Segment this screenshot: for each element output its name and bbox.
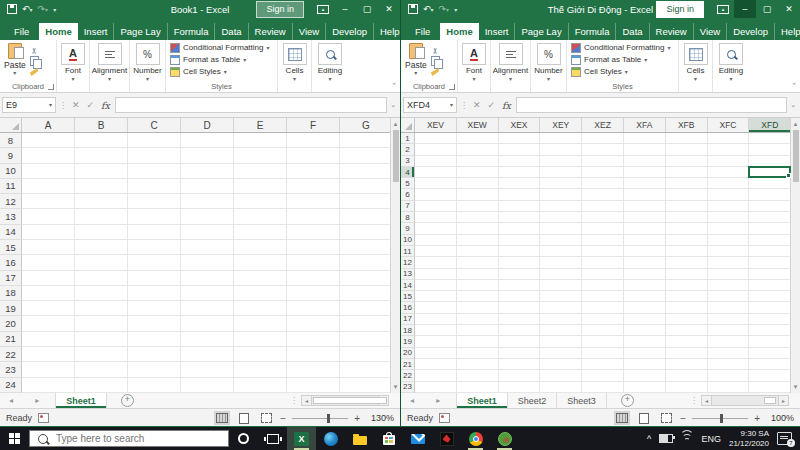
hidden-icons-chevron-icon[interactable]: ^ [647, 434, 652, 443]
minimize-button[interactable]: – [334, 0, 356, 18]
collapse-ribbon-icon[interactable]: ⌃ [391, 82, 397, 90]
cell-styles-button[interactable]: Cell Styles ▾ [571, 67, 628, 78]
cell-XEZ15[interactable] [582, 291, 624, 302]
row-header-20[interactable]: 20 [0, 316, 22, 331]
cell-D11[interactable] [181, 179, 234, 194]
new-sheet-icon[interactable]: + [121, 394, 134, 407]
cell-XEX19[interactable] [499, 336, 541, 347]
cell-XEZ11[interactable] [582, 246, 624, 257]
column-header-A[interactable]: A [22, 118, 75, 132]
row-header-4[interactable]: 4 [401, 167, 415, 178]
formula-input[interactable] [516, 97, 787, 113]
cell-D24[interactable] [181, 378, 234, 393]
cell-XEV14[interactable] [415, 280, 457, 291]
cell-XEV23[interactable] [415, 382, 457, 393]
cell-XFB7[interactable] [666, 201, 708, 212]
cell-E15[interactable] [234, 240, 287, 255]
cell-XFB10[interactable] [666, 235, 708, 246]
ribbon-tab-data[interactable]: Data [215, 23, 248, 40]
cell-XFB16[interactable] [666, 302, 708, 313]
cell-C19[interactable] [128, 301, 181, 316]
cell-C8[interactable] [128, 133, 181, 148]
row-header-24[interactable]: 24 [0, 378, 22, 393]
cell-XEX9[interactable] [499, 223, 541, 234]
row-header-14[interactable]: 14 [401, 280, 415, 291]
cell-XFB13[interactable] [666, 269, 708, 280]
cell-E9[interactable] [234, 148, 287, 163]
conditional-formatting-button[interactable]: Conditional Formatting ▾ [571, 43, 671, 54]
cell-A15[interactable] [22, 240, 75, 255]
wifi-icon[interactable] [681, 434, 693, 444]
cell-A16[interactable] [22, 255, 75, 270]
customize-qat-icon[interactable]: ▾ [53, 5, 56, 14]
ribbon-tab-formula[interactable]: Formula [168, 23, 216, 40]
cell-XEZ10[interactable] [582, 235, 624, 246]
cell-A23[interactable] [22, 362, 75, 377]
cell-XEX15[interactable] [499, 291, 541, 302]
cell-XEV13[interactable] [415, 269, 457, 280]
cell-B21[interactable] [75, 332, 128, 347]
row-header-16[interactable]: 16 [401, 302, 415, 313]
column-header-XFA[interactable]: XFA [624, 118, 666, 132]
cell-XFC22[interactable] [708, 370, 750, 381]
cell-XEZ20[interactable] [582, 348, 624, 359]
cell-XEX12[interactable] [499, 257, 541, 268]
cell-A12[interactable] [22, 194, 75, 209]
cell-E21[interactable] [234, 332, 287, 347]
cell-A20[interactable] [22, 316, 75, 331]
cell-C18[interactable] [128, 286, 181, 301]
row-header-13[interactable]: 13 [401, 269, 415, 280]
cell-XEY1[interactable] [540, 133, 582, 144]
row-header-18[interactable]: 18 [401, 325, 415, 336]
new-sheet-icon[interactable]: + [621, 394, 634, 407]
cell-G23[interactable] [340, 362, 390, 377]
cell-A19[interactable] [22, 301, 75, 316]
cell-XEW5[interactable] [457, 178, 499, 189]
cell-XEZ23[interactable] [582, 382, 624, 393]
scroll-down-icon[interactable]: ▼ [393, 381, 399, 393]
cell-XEZ3[interactable] [582, 156, 624, 167]
cell-XEZ7[interactable] [582, 201, 624, 212]
cell-XEY5[interactable] [540, 178, 582, 189]
clipboard-dialog-launcher-icon[interactable] [449, 84, 455, 90]
row-header-18[interactable]: 18 [0, 286, 22, 301]
cell-XEV15[interactable] [415, 291, 457, 302]
sheet-tab-sheet1[interactable]: Sheet1 [456, 393, 508, 408]
cell-XEV11[interactable] [415, 246, 457, 257]
cell-XEZ14[interactable] [582, 280, 624, 291]
cell-B20[interactable] [75, 316, 128, 331]
cell-XFD14[interactable] [749, 280, 791, 291]
cell-XFA16[interactable] [624, 302, 666, 313]
cell-XEX6[interactable] [499, 189, 541, 200]
normal-view-button[interactable] [214, 411, 230, 425]
cells-group[interactable]: Cells ▾ [679, 40, 713, 92]
cell-XFD17[interactable] [749, 314, 791, 325]
row-header-11[interactable]: 11 [0, 179, 22, 194]
cell-B19[interactable] [75, 301, 128, 316]
cell-XEW14[interactable] [457, 280, 499, 291]
cell-XFA13[interactable] [624, 269, 666, 280]
ribbon-tab-develop[interactable]: Develop [326, 23, 374, 40]
cell-XFB21[interactable] [666, 359, 708, 370]
language-indicator[interactable]: ENG [701, 434, 721, 444]
row-header-10[interactable]: 10 [0, 164, 22, 179]
cell-XEW7[interactable] [457, 201, 499, 212]
zoom-slider-thumb[interactable] [720, 414, 723, 423]
page-layout-view-button[interactable] [236, 411, 252, 425]
row-header-6[interactable]: 6 [401, 189, 415, 200]
cell-G22[interactable] [340, 347, 390, 362]
row-header-5[interactable]: 5 [401, 178, 415, 189]
cell-XEZ4[interactable] [582, 167, 624, 178]
cell-XEX13[interactable] [499, 269, 541, 280]
cell-XEW17[interactable] [457, 314, 499, 325]
cell-XEY10[interactable] [540, 235, 582, 246]
cell-F17[interactable] [287, 271, 340, 286]
green-app-taskbar-button[interactable] [490, 427, 519, 450]
ribbon-tab-file[interactable]: File [405, 23, 440, 40]
cell-XFA23[interactable] [624, 382, 666, 393]
cell-G20[interactable] [340, 316, 390, 331]
cell-XFB1[interactable] [666, 133, 708, 144]
active-cell-XFD4[interactable] [748, 166, 791, 178]
cell-G17[interactable] [340, 271, 390, 286]
cell-A24[interactable] [22, 378, 75, 393]
